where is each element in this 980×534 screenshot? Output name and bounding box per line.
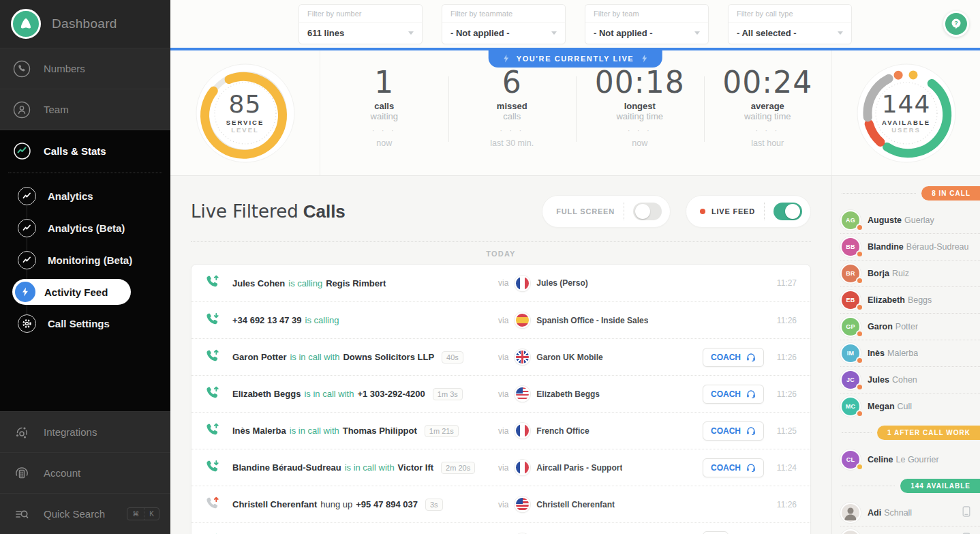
sidebar-item-label: Calls & Stats <box>44 145 106 157</box>
sidebar-item-analytics-beta[interactable]: Analytics (Beta) <box>0 212 170 244</box>
avatar-initials: JC <box>846 376 855 383</box>
call-duration-badge: 2m 20s <box>441 462 475 474</box>
status-dot <box>857 464 862 469</box>
phone-icon <box>12 59 31 78</box>
service-level-sublabel: LEVEL <box>231 126 259 134</box>
sidebar-item-monitoring-beta[interactable]: Monitoring (Beta) <box>0 244 170 276</box>
metric-sublabel: waiting <box>320 111 448 121</box>
coach-button[interactable]: COACH <box>703 458 764 477</box>
chevron-down-icon <box>694 31 700 35</box>
call-type-phone-icon <box>205 312 221 329</box>
sidebar-item-analytics[interactable]: Analytics <box>0 180 170 212</box>
fullscreen-toggle[interactable] <box>633 203 662 220</box>
call-line-info: via Spanish Office - Inside Sales <box>498 312 703 328</box>
play-button[interactable] <box>703 531 729 534</box>
presence-user-row[interactable]: JC JulesCohen <box>832 366 980 393</box>
status-dot <box>857 305 862 310</box>
live-status-label: YOU'RE CURRENTLY LIVE <box>517 55 634 63</box>
sidebar-item-label: Account <box>44 467 80 479</box>
call-description: Garon Potter is in call with Downs Solic… <box>232 351 498 364</box>
livefeed-toggle[interactable] <box>774 203 802 220</box>
coach-button[interactable]: COACH <box>703 421 764 441</box>
status-badge: 8 IN CALL <box>921 186 980 201</box>
call-line-info: via Elizabeth Beggs <box>498 386 703 402</box>
call-action-zone: COACH <box>703 348 768 367</box>
sidebar-item-numbers[interactable]: Numbers <box>0 48 170 89</box>
sidebar-item-quick-search[interactable]: Quick Search ⌘ K <box>0 493 170 534</box>
call-row[interactable]: +34 692 13 47 39 is calling via Spanish … <box>192 301 810 338</box>
app-header: Dashboard <box>0 0 170 48</box>
presence-user-row[interactable]: GP GaronPotter <box>832 313 980 340</box>
search-list-icon <box>12 505 31 524</box>
presence-user-row[interactable]: BR BorjaRuiz <box>832 260 980 286</box>
k-key: K <box>144 508 159 520</box>
sidebar-item-label: Monitoring (Beta) <box>48 254 132 266</box>
user-name: InèsMalerba <box>868 348 918 358</box>
coach-button[interactable]: COACH <box>703 348 764 367</box>
sidebar-bottom: Integrations Account Quick Search ⌘ K <box>0 411 170 534</box>
fullscreen-pill: FULL SCREEN <box>542 195 671 228</box>
call-row[interactable]: Christell Cherenfant hung up +95 47 894 … <box>192 486 810 522</box>
sidebar-item-label: Team <box>44 104 69 115</box>
line-flag-icon <box>515 276 530 291</box>
presence-user-row[interactable]: BB BlandineBéraud-Sudreau <box>832 233 980 260</box>
call-duration-badge: 40s <box>442 351 463 364</box>
line-name: Garon UK Mobile <box>536 353 602 362</box>
avatar: BR <box>842 265 859 282</box>
avatar: CL <box>842 451 859 469</box>
call-row[interactable]: Inès Malerba is in call with Thomas Phil… <box>192 412 810 449</box>
user-name: GaronPotter <box>868 322 918 331</box>
status-badge: 1 AFTER CALL WORK <box>877 426 980 440</box>
presence-user-row[interactable]: IM InèsMalerba <box>832 340 980 366</box>
line-name: Elizabeth Beggs <box>536 389 600 399</box>
presence-user-row[interactable]: CL CelineLe Gourrier <box>832 446 980 473</box>
filter-by-call-type[interactable]: Filter by call type - All selected - <box>728 4 852 44</box>
call-row[interactable]: Blandine Béraud-Sudreau is in call with … <box>192 449 810 486</box>
status-dot <box>857 358 862 363</box>
presence-user-row[interactable]: MC MeganCull <box>832 393 980 419</box>
avatar: IM <box>842 344 859 362</box>
presence-user-row[interactable]: AG AugusteGuerlay <box>832 207 980 233</box>
filter-by-number[interactable]: Filter by number 611 lines <box>298 4 423 44</box>
filter-label: Filter by number <box>299 5 422 23</box>
avatar-photo <box>842 531 859 534</box>
sidebar-item-team[interactable]: Team <box>0 89 170 130</box>
filter-by-team[interactable]: Filter by team - Not applied - <box>585 4 709 44</box>
line-name: Aircall Paris - Support <box>536 463 622 473</box>
presence-user-row[interactable]: AdrienBordet <box>832 526 980 534</box>
call-row[interactable]: Garon Potter is in call with Downs Solic… <box>192 338 810 375</box>
status-dot <box>857 278 862 283</box>
call-description: Elizabeth Beggs is in call with +1 303-2… <box>232 388 498 400</box>
status-badge: 144 AVAILABLE <box>900 479 980 493</box>
sidebar-item-activity-feed[interactable]: Activity Feed <box>12 279 131 305</box>
monitoring-icon <box>18 251 36 269</box>
sidebar-item-label: Numbers <box>44 63 85 74</box>
call-row[interactable]: Elizabeth Beggs is in call with +1 303-2… <box>192 375 810 412</box>
pill-divider <box>624 203 624 220</box>
via-label: via <box>498 389 508 399</box>
availability-gauge: 144 AVAILABLE USERS <box>855 62 958 164</box>
line-flag-icon <box>515 386 530 402</box>
sidebar-item-call-settings[interactable]: Call Settings <box>0 308 170 340</box>
call-row[interactable]: Christell Cherenfant called +1 973-229-8… <box>192 522 810 534</box>
sidebar-stats-subitems: Analytics Analytics (Beta) Monitoring (B… <box>0 180 170 340</box>
call-row[interactable]: Jules Cohen is calling Regis Rimbert via… <box>192 265 810 301</box>
svg-text:?: ? <box>954 20 958 27</box>
sidebar-item-calls-stats[interactable]: Calls & Stats <box>0 132 170 170</box>
coach-button[interactable]: COACH <box>703 385 764 404</box>
presence-user-row[interactable]: EB ElizabethBeggs <box>832 286 980 313</box>
feed-dotted-divider <box>191 241 811 242</box>
sidebar-item-integrations[interactable]: Integrations <box>0 411 170 452</box>
callee-name: Regis Rimbert <box>326 278 386 288</box>
via-label: via <box>498 316 508 325</box>
filter-by-teammate[interactable]: Filter by teammate - Not applied - <box>442 4 566 44</box>
analytics-icon <box>18 187 36 205</box>
call-type-phone-icon <box>205 422 221 440</box>
sidebar-item-account[interactable]: Account <box>0 452 170 493</box>
avatar-initials: BB <box>846 243 855 250</box>
presence-user-row[interactable]: AdiSchnall <box>832 499 980 526</box>
metric-average-waiting: 00:24 average waiting time · · · last ho… <box>704 67 832 175</box>
help-button[interactable]: ? <box>943 11 969 37</box>
status-dot <box>857 385 862 389</box>
filter-value: - Not applied - <box>450 28 510 38</box>
